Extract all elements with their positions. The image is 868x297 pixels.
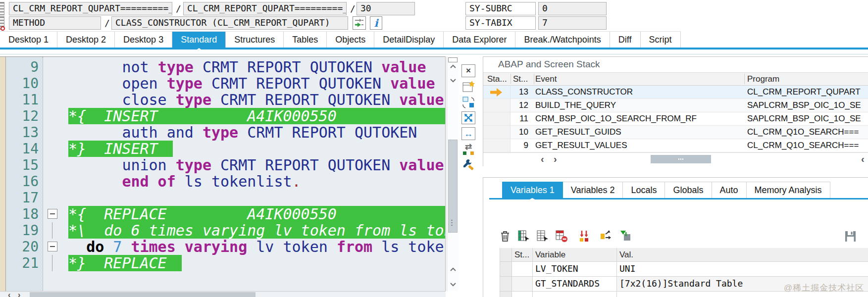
variables-tab-globals[interactable]: Globals [665,182,712,198]
variable-value[interactable]: UNI [617,262,868,277]
swap-session-icon[interactable] [461,96,475,109]
desktop-tab-objects[interactable]: Objects [327,32,374,48]
source-line-field[interactable]: 30 [357,2,415,15]
save-icon[interactable] [843,229,857,243]
stack-program: CL_CRM_REPORT_QUPART [747,86,868,99]
desktop-tab-diff[interactable]: Diff [610,32,641,48]
code-editor[interactable]: 9 not type CRMT_REPORT_QUTOKEN value10 o… [0,56,446,291]
step-into-icon[interactable] [353,16,366,30]
event-name-field[interactable]: CLASS_CONSTRUCTOR (CL_CRM_REPORT_QUPART) [111,16,348,30]
variable-name[interactable]: GT_STANDARDS [533,277,617,292]
scroll-left-icon[interactable]: ‹ [8,293,10,297]
event-type-field[interactable]: METHOD [9,16,101,30]
sy-subrc-label: SY-SUBRC [465,2,536,15]
editor-horizontal-scrollbar[interactable]: ‹ › [0,291,446,297]
variables-tab-variables-1[interactable]: Variables 1 [502,182,563,198]
delete-icon[interactable] [498,229,512,243]
split-handle[interactable] [448,57,458,62]
tab-accent-rule [0,48,868,50]
desktop-tab-structures[interactable]: Structures [226,32,284,48]
line-number: 11 [6,92,39,108]
scroll-left-icon[interactable]: ‹ [861,153,865,165]
code-line-text: auth_and type CRMT_REPORT_QUTOKEN [68,124,445,141]
scrollbar-thumb[interactable] [651,155,711,163]
stack-level: 10 [511,126,528,139]
variables-tabs: Variables 1Variables 2LocalsGlobalsAutoM… [502,182,830,198]
info-icon[interactable]: i [370,16,382,30]
stack-event: CRM_BSP_OIC_1O_SEARCH_FROM_RF [535,112,697,125]
scroll-down-icon[interactable] [450,282,457,287]
stack-level: 12 [511,99,528,112]
stack-row[interactable]: 13CLASS_CONSTRUCTORCL_CRM_REPORT_QUPART [483,86,868,99]
desktop-tab-desktop-2[interactable]: Desktop 2 [57,32,115,48]
watermark: @稀土掘金技术社区 [784,282,864,294]
desktop-tab-standard[interactable]: Standard [172,32,226,48]
variables-tab-auto[interactable]: Auto [712,182,747,198]
column-header[interactable]: Event [535,73,557,85]
column-header[interactable]: Sta... [487,73,507,85]
select-row-icon[interactable] [536,229,550,243]
scroll-down-icon[interactable] [450,78,457,83]
desktop-tabs: Desktop 1Desktop 2Desktop 3StandardStruc… [0,31,681,48]
desktop-tab-detaildisplay[interactable]: DetailDisplay [374,32,444,48]
main-program-field[interactable]: CL_CRM_REPORT_QUPART=========_ [9,2,172,15]
scrollbar-thumb[interactable] [30,292,255,297]
code-line-text: close type CRMT_REPORT_QUTOKEN value [68,92,445,108]
current-statement-arrow-icon [490,88,502,97]
code-line-18: 18*{ REPLACE A4IK000550 [0,206,445,222]
sy-subrc-value[interactable]: 0 [538,2,607,15]
remove-row-icon[interactable] [555,229,568,243]
filter-icon[interactable] [619,229,633,243]
variables-tab-variables-2[interactable]: Variables 2 [563,182,623,198]
scroll-up-icon[interactable] [450,64,457,69]
scroll-right-icon[interactable]: › [18,293,20,297]
fold-collapse-icon[interactable] [48,242,57,251]
stack-row[interactable]: 12BUILD_THE_QUERYSAPLCRM_BSP_OIC_1O_SE [483,99,868,112]
stack-row[interactable]: 9GET_RESULT_VALUESCL_CRM_Q1O_SEARCH=== [483,139,868,152]
desktop-tab-data-explorer[interactable]: Data Explorer [444,32,515,48]
column-header[interactable]: Val. [617,248,868,262]
desktop-tab-tables[interactable]: Tables [284,32,327,48]
scroll-left-icon[interactable]: ‹ [541,153,544,165]
maximize-icon[interactable] [461,111,475,124]
stack-table-header: Sta... St... Event Program [483,72,868,86]
fold-collapse-icon[interactable] [48,209,57,219]
compare-icon[interactable]: ⇄ [461,143,475,155]
column-header[interactable]: Variable [533,248,617,262]
modification-highlight: *{ INSERT A4IK000550 [68,108,445,124]
new-session-icon[interactable] [461,80,475,93]
select-column-icon[interactable] [517,229,531,243]
stack-row[interactable]: 11CRM_BSP_OIC_1O_SEARCH_FROM_RFSAPLCRM_B… [483,112,868,126]
sy-tabix-value[interactable]: 7 [538,16,607,30]
stack-row[interactable]: 10GET_RESULT_GUIDSCL_CRM_Q1O_SEARCH=== [483,126,868,139]
scroll-right-icon[interactable]: › [554,153,557,165]
editor-vertical-scrollbar[interactable] [447,56,459,291]
variable-name[interactable]: LV_TOKEN [533,262,617,277]
move-row-icon[interactable] [598,229,612,243]
tools-icon[interactable] [461,158,475,171]
code-line-12: 12*{ INSERT A4IK000550 [0,108,445,124]
desktop-tab-break-watchpoints[interactable]: Break./Watchpoints [515,32,610,48]
code-line-text: not type CRMT_REPORT_QUTOKEN value [68,59,445,75]
modification-highlight: *} INSERT [68,141,173,157]
scroll-up-icon[interactable] [450,267,457,272]
table-row[interactable]: LV_TOKENUNI [500,262,868,277]
column-header[interactable]: Program [747,73,779,85]
scrollbar-grip[interactable] [451,220,453,227]
line-number: 9 [6,59,39,75]
close-session-icon[interactable]: × [461,64,475,77]
code-line-20: 20 do 7 times varying lv_token from ls_t… [0,239,445,255]
variables-tab-memory-analysis[interactable]: Memory Analysis [747,182,830,198]
column-header[interactable]: St... [513,73,528,85]
include-program-field[interactable]: CL_CRM_REPORT_QUPART=========_ [183,2,347,15]
column-header[interactable]: St... [512,248,533,262]
fit-width-icon[interactable]: ↔ [461,127,475,140]
desktop-tab-desktop-3[interactable]: Desktop 3 [115,32,172,48]
variables-tab-locals[interactable]: Locals [623,182,665,198]
insert-row-icon[interactable] [577,229,591,243]
code-line-text: open type CRMT_REPORT_QUTOKEN value [68,75,445,92]
scrollbar-thumb[interactable] [448,140,458,233]
desktop-tab-script[interactable]: Script [641,32,681,48]
stack-horizontal-scrollbar[interactable]: ‹ › ‹ [483,152,868,166]
desktop-tab-desktop-1[interactable]: Desktop 1 [0,32,57,48]
